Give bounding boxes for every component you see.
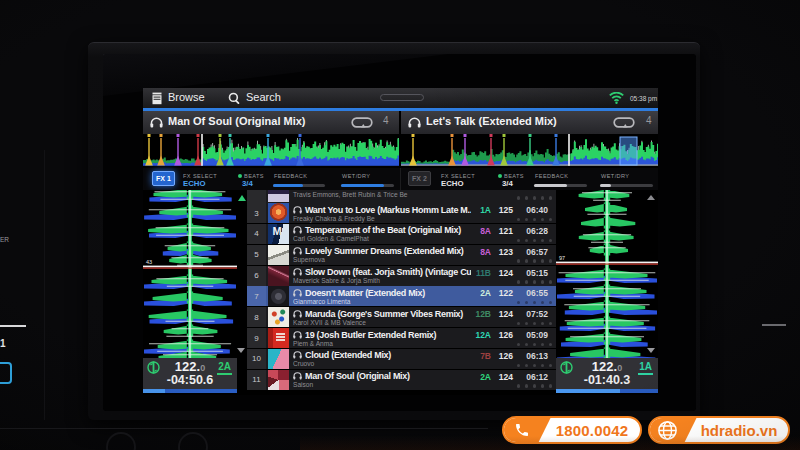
svg-text:43: 43: [146, 259, 152, 265]
svg-text:97: 97: [559, 255, 565, 261]
